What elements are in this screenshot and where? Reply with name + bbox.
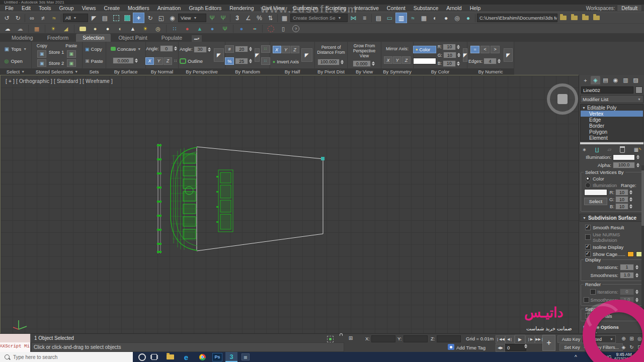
use-selection-center-icon[interactable]: Ψ <box>218 13 228 23</box>
color-pick-cursor-button[interactable]: ◤ <box>463 48 468 62</box>
set-key-button[interactable]: Set Key <box>559 343 585 351</box>
next-frame-button[interactable]: ❘▶ <box>525 335 535 343</box>
dome-primitive-icon[interactable]: ● <box>90 25 101 33</box>
menu-help[interactable]: Help <box>466 5 485 11</box>
section-label-by-pivot[interactable]: By Pivot Dist <box>315 68 347 75</box>
torus-primitive-icon[interactable]: ◎ <box>152 25 164 33</box>
app-icon[interactable]: ▦ <box>239 352 252 362</box>
remove-modifier-icon[interactable] <box>620 146 625 153</box>
spotlight-icon[interactable]: ◢ <box>60 25 71 33</box>
color-r-spinner[interactable] <box>457 45 461 49</box>
select-and-move-icon[interactable]: + <box>133 13 144 23</box>
symmetry-y-button[interactable]: Y <box>393 56 401 64</box>
range-b-field[interactable]: 10 <box>615 203 628 210</box>
half-x-button[interactable]: X <box>273 46 281 53</box>
render-iterations-field[interactable]: 0 <box>620 289 634 295</box>
panel-scrollbar[interactable] <box>641 165 644 331</box>
display-smoothness-spinner[interactable] <box>635 273 639 278</box>
frame-spinner[interactable] <box>524 344 528 348</box>
project-folder-dropdown[interactable]: C:\Users\Ebrahimi\Documents\3ds Max 2021… <box>477 14 557 22</box>
persp-angle-field[interactable]: 30 <box>194 46 207 53</box>
subdivision-surface-rollout[interactable]: ▼Subdivision Surface <box>580 214 644 222</box>
schematic-view-icon[interactable]: ▦ <box>419 13 429 23</box>
tab-object-paint[interactable]: Object Paint <box>112 34 153 42</box>
store1-label[interactable]: Store 1 <box>49 49 64 55</box>
undo-icon[interactable]: ↺ <box>2 13 12 23</box>
color-b-spinner[interactable] <box>457 61 461 66</box>
z-coord-field[interactable] <box>437 335 461 342</box>
select-by-name-icon[interactable]: ▤ <box>100 13 110 23</box>
photoshop-icon[interactable]: Ps <box>211 352 223 362</box>
paste-store1-button[interactable]: ▣ <box>67 50 76 58</box>
nurms-checkbox[interactable] <box>585 234 591 240</box>
numeric-less-button[interactable]: < <box>480 46 490 53</box>
blue-sphere-icon[interactable]: ● <box>236 25 247 33</box>
checker-icon[interactable]: ∷ <box>173 59 179 63</box>
numeric-pick-cursor-button[interactable]: ◤ <box>504 48 513 62</box>
random-count-mode-button[interactable]: # <box>225 45 234 53</box>
sets-paste-button[interactable]: Paste <box>91 58 103 64</box>
show-cage-label[interactable]: Show Cage...... <box>593 251 625 257</box>
key-mode-toggle[interactable]: ◀▶ <box>496 344 505 352</box>
random-count-spinner[interactable] <box>249 47 253 51</box>
pin-stack-icon[interactable]: ∗ <box>582 147 586 152</box>
stack-element[interactable]: Element <box>581 135 643 141</box>
select-object-icon[interactable]: ◤ <box>89 13 99 23</box>
section-label-by-normal[interactable]: By Normal <box>146 68 178 75</box>
color-r-field[interactable]: 10 <box>443 44 456 50</box>
workspace-selector[interactable]: Default <box>617 5 642 12</box>
store2-label[interactable]: Store 2 <box>49 60 64 66</box>
half-z-button[interactable]: Z <box>291 46 299 53</box>
smooth-result-label[interactable]: Smooth Result <box>593 225 624 230</box>
isoline-checkbox[interactable] <box>585 244 591 250</box>
configure-modifier-sets-icon[interactable]: ▦✎ <box>634 147 641 152</box>
display-iterations-field[interactable]: 1 <box>620 264 634 270</box>
color-g-field[interactable]: 10 <box>443 52 456 58</box>
random-grow-icon-button[interactable]: ∷ <box>261 45 270 53</box>
display-smoothness-field[interactable]: 1.0 <box>620 272 634 279</box>
display-iterations-spinner[interactable] <box>635 265 639 269</box>
add-time-tag[interactable]: Add Time Tag <box>456 345 486 350</box>
layer-manager-icon[interactable]: ▤ <box>373 13 384 23</box>
illumination-spinner[interactable] <box>636 155 640 159</box>
show-end-result-icon[interactable]: ∐ <box>595 147 599 152</box>
illumination-swatch[interactable] <box>613 154 635 160</box>
symmetry-x-button[interactable]: X <box>384 56 392 64</box>
pivot-percent-field[interactable]: 100.000 <box>317 59 340 65</box>
select-and-rotate-icon[interactable]: ↻ <box>145 13 155 23</box>
tab-modeling[interactable]: Modeling <box>5 34 40 42</box>
color-radio[interactable] <box>585 176 591 182</box>
menu-edit[interactable]: Edit <box>18 5 35 11</box>
material-editor-icon[interactable]: ◐ <box>430 13 440 23</box>
numeric-greater-button[interactable]: > <box>491 46 500 53</box>
view-cube[interactable] <box>547 83 578 115</box>
vertex-color-swatch[interactable] <box>584 189 607 196</box>
create-tab-icon[interactable]: + <box>581 76 590 84</box>
render-smoothness-spinner[interactable] <box>635 298 639 302</box>
render-setup-icon[interactable]: ● <box>441 13 451 23</box>
viewport[interactable]: [ + ] [ Orthographic ] [ Standard ] [ Wi… <box>0 75 580 334</box>
menu-create[interactable]: Create <box>100 5 124 11</box>
section-label-select[interactable]: Select▼ <box>0 68 31 75</box>
bind-spacewarp-icon[interactable]: ≈ <box>49 13 59 23</box>
3dsmax-taskbar-icon[interactable]: 3 <box>225 352 237 362</box>
illumination-radio[interactable] <box>585 183 591 188</box>
y-coord-field[interactable] <box>404 335 428 342</box>
section-label-by-view[interactable]: By View <box>348 68 381 75</box>
menu-substance[interactable]: Substance <box>410 5 443 11</box>
half-y-button[interactable]: Y <box>282 46 290 53</box>
menu-tools[interactable]: Tools <box>35 5 55 11</box>
menu-animation[interactable]: Animation <box>153 5 185 11</box>
color-b-field[interactable]: 10 <box>443 60 456 67</box>
sets-copy-button[interactable]: Copy <box>91 46 102 52</box>
pyramid-icon[interactable]: ▲ <box>194 25 205 33</box>
redo-icon[interactable]: ↻ <box>13 13 23 23</box>
light-icon[interactable]: ☀ <box>48 25 59 33</box>
nurms-label[interactable]: Use NURMS Subdivision <box>593 232 642 243</box>
color-mode-button[interactable]: ●Color <box>413 46 436 53</box>
view-grow-field[interactable]: 0.000 <box>353 60 371 67</box>
select-link-icon[interactable]: ∞ <box>27 13 37 23</box>
view-cube-face[interactable] <box>557 94 568 104</box>
align-icon[interactable]: ≡ <box>359 13 370 23</box>
utilities-tab-icon[interactable]: ▨ <box>631 76 640 84</box>
